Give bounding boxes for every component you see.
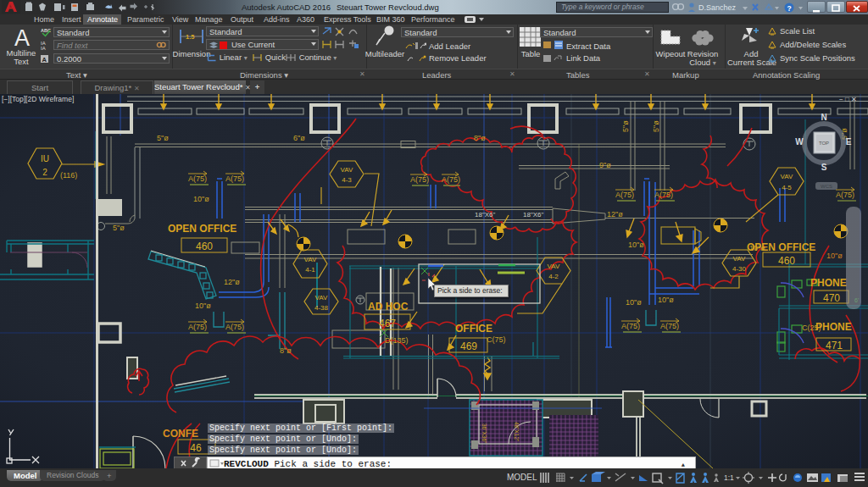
svg-text:IA: IA — [41, 46, 46, 51]
svg-text:E: E — [846, 137, 852, 147]
svg-text:8"ø: 8"ø — [474, 134, 486, 142]
svg-text:VAV: VAV — [781, 173, 793, 180]
svg-text:A(75): A(75) — [654, 191, 673, 199]
svg-text:460: 460 — [778, 255, 795, 267]
svg-text:PHONE: PHONE — [810, 277, 847, 289]
svg-text:WCS: WCS — [821, 184, 832, 189]
svg-text:W: W — [795, 137, 804, 147]
svg-text:(116): (116) — [60, 171, 77, 180]
svg-text:471: 471 — [826, 340, 843, 351]
svg-text:8"ø: 8"ø — [280, 346, 292, 355]
svg-text:PHONE: PHONE — [815, 321, 852, 333]
svg-text:9"ø: 9"ø — [599, 161, 611, 169]
svg-text:6"ø: 6"ø — [293, 134, 305, 142]
svg-text:VAV: VAV — [341, 166, 353, 174]
svg-text:D.Sanchez: D.Sanchez — [698, 3, 737, 12]
svg-text:A: A — [42, 56, 47, 64]
svg-text:4-5: 4-5 — [782, 184, 792, 191]
svg-text:OPEN OFFICE: OPEN OFFICE — [747, 241, 815, 253]
svg-text:IU: IU — [41, 154, 49, 163]
svg-text:A(75): A(75) — [442, 175, 460, 184]
svg-text:A(75): A(75) — [225, 174, 244, 183]
svg-text:OFFICE: OFFICE — [455, 323, 492, 335]
svg-text:46: 46 — [190, 442, 202, 454]
svg-text:10"ø: 10"ø — [826, 252, 843, 260]
svg-text:A(75): A(75) — [836, 191, 854, 199]
svg-text:4-30: 4-30 — [732, 265, 747, 273]
svg-text:12"ø: 12"ø — [224, 278, 240, 286]
svg-text:A(75): A(75) — [225, 323, 244, 331]
svg-text:10"ø: 10"ø — [628, 241, 644, 249]
svg-text:5"ø: 5"ø — [157, 134, 169, 142]
svg-text:10"ø: 10"ø — [193, 195, 209, 203]
svg-text:36"X36": 36"X36" — [481, 423, 487, 444]
svg-text:10"ø: 10"ø — [626, 298, 642, 307]
svg-text:?: ? — [787, 4, 792, 13]
svg-text:4-38: 4-38 — [314, 304, 329, 312]
svg-text:A(75): A(75) — [410, 175, 429, 184]
svg-text:12"ø: 12"ø — [607, 210, 623, 219]
svg-text:VAV: VAV — [548, 263, 560, 270]
svg-text:VAV: VAV — [315, 294, 328, 302]
svg-text:A(75): A(75) — [188, 174, 207, 183]
svg-text:− □ ✕: − □ ✕ — [839, 96, 857, 103]
svg-text:5"ø: 5"ø — [621, 120, 630, 132]
svg-text:48"X12": 48"X12" — [514, 422, 520, 442]
svg-text:4-3: 4-3 — [342, 176, 352, 184]
svg-text:AD HOC: AD HOC — [368, 301, 409, 313]
svg-text:1.5: 1.5 — [186, 33, 194, 41]
svg-text:4-2: 4-2 — [548, 273, 559, 280]
svg-text:OPEN OFFICE: OPEN OFFICE — [168, 223, 236, 235]
svg-text:10"ø: 10"ø — [658, 296, 674, 304]
svg-text:5"ø: 5"ø — [113, 224, 125, 232]
svg-text:10"ø: 10"ø — [195, 302, 211, 310]
svg-text:A(75): A(75) — [188, 323, 207, 331]
svg-text:VAV: VAV — [733, 255, 746, 263]
svg-text:A(75): A(75) — [621, 322, 640, 330]
svg-text:4-1: 4-1 — [305, 266, 315, 274]
svg-text:460: 460 — [196, 241, 213, 252]
svg-text:TOP: TOP — [819, 141, 829, 146]
svg-text:18"X6": 18"X6" — [523, 211, 544, 219]
svg-text:2: 2 — [42, 168, 47, 177]
svg-text:D(135): D(135) — [385, 336, 409, 345]
svg-text:C(75): C(75) — [487, 335, 506, 344]
svg-text:CONFE: CONFE — [163, 428, 198, 440]
svg-text:A(75): A(75) — [660, 322, 679, 330]
svg-text:5"ø: 5"ø — [652, 120, 660, 132]
svg-text:469: 469 — [460, 340, 477, 352]
svg-text:1:1: 1:1 — [724, 473, 734, 482]
svg-text:18"X6": 18"X6" — [475, 211, 496, 219]
svg-text:N: N — [821, 113, 826, 122]
svg-text:467: 467 — [379, 318, 396, 329]
svg-text:S: S — [821, 163, 827, 172]
svg-text:A(75): A(75) — [615, 191, 634, 199]
svg-text:VAV: VAV — [304, 256, 317, 263]
svg-text:470: 470 — [823, 292, 840, 304]
